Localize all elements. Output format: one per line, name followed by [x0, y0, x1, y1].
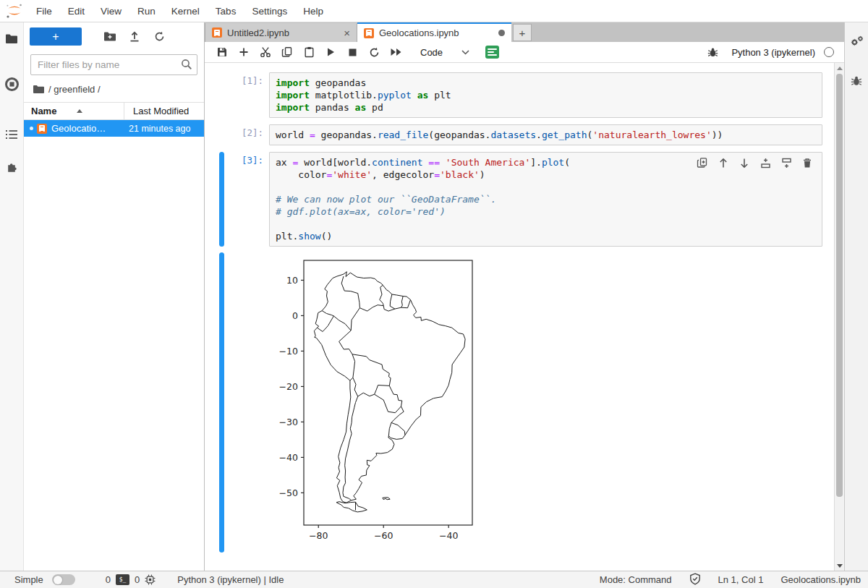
code-cell-1[interactable]: [1]: import geopandasimport matplotlib.p…: [205, 72, 831, 118]
file-row-geolocations[interactable]: Geolocatio… 21 minutes ago: [24, 120, 204, 137]
menu-edit[interactable]: Edit: [60, 2, 93, 20]
code-editor[interactable]: world = geopandas.read_file(geopandas.da…: [269, 124, 822, 145]
stop-icon[interactable]: [342, 43, 362, 61]
add-cell-icon[interactable]: [234, 43, 254, 61]
restart-run-all-icon[interactable]: [386, 43, 406, 61]
menu-help[interactable]: Help: [295, 2, 331, 20]
code-cell-2[interactable]: [2]: world = geopandas.read_file(geopand…: [205, 124, 831, 145]
code-cell-3-active[interactable]: [3]: ax = world[world.continent == 'Sout…: [205, 152, 831, 247]
file-modified: 21 minutes ago: [129, 124, 204, 134]
save-icon[interactable]: [212, 43, 232, 61]
execution-prompt: [2]:: [224, 124, 269, 145]
search-icon: [181, 59, 192, 72]
notebook-scrollbar[interactable]: [834, 63, 844, 571]
property-inspector-icon[interactable]: [845, 28, 868, 53]
cut-icon[interactable]: [255, 43, 276, 61]
active-output-collapser[interactable]: [219, 252, 224, 553]
file-name: Geolocatio…: [51, 123, 129, 134]
extension-manager-icon[interactable]: [0, 154, 24, 179]
notebook-content: [1]: import geopandasimport matplotlib.p…: [205, 63, 844, 571]
notebook-file-icon: [37, 124, 47, 134]
code-editor[interactable]: ax = world[world.continent == 'South Ame…: [269, 152, 822, 247]
menu-file[interactable]: File: [28, 2, 60, 20]
sort-ascending-icon: [77, 109, 82, 113]
cell-collapser[interactable]: [219, 72, 224, 118]
main-dock-panel: Untitled2.ipynb × Geolocations.ipynb +: [205, 22, 844, 571]
kernel-name[interactable]: Python 3 (ipykernel): [731, 47, 815, 58]
active-cell-collapser[interactable]: [219, 152, 224, 247]
move-down-icon[interactable]: [737, 155, 752, 170]
restart-kernel-icon[interactable]: [364, 43, 384, 61]
tab-bar: Untitled2.ipynb × Geolocations.ipynb +: [205, 22, 844, 42]
debugger-bug-icon[interactable]: [845, 69, 868, 93]
file-list-header: Name Last Modified: [24, 102, 204, 120]
trusted-shield-icon[interactable]: [689, 573, 701, 587]
code-editor[interactable]: import geopandasimport matplotlib.pyplot…: [269, 72, 822, 118]
menu-run[interactable]: Run: [129, 2, 163, 20]
table-of-contents-icon[interactable]: [0, 122, 24, 147]
delete-cell-icon[interactable]: [800, 155, 814, 170]
refresh-icon[interactable]: [147, 29, 171, 45]
move-up-icon[interactable]: [716, 155, 731, 170]
simple-mode-toggle[interactable]: [52, 574, 75, 585]
menu-settings[interactable]: Settings: [244, 2, 295, 20]
kernel-status-text[interactable]: Python 3 (ipykernel) | Idle: [177, 574, 284, 585]
active-file-name: Geolocations.ipynb: [780, 574, 861, 585]
menu-tabs[interactable]: Tabs: [208, 2, 244, 20]
running-dot-icon: [30, 127, 33, 130]
column-last-modified[interactable]: Last Modified: [124, 106, 204, 116]
paste-icon[interactable]: [299, 43, 319, 61]
folder-icon: [33, 85, 44, 94]
new-launcher-button[interactable]: +: [30, 27, 82, 46]
green-list-extension-icon[interactable]: [485, 46, 499, 59]
execution-prompt: [3]:: [224, 152, 269, 247]
new-folder-icon[interactable]: [98, 29, 122, 45]
notebook-file-icon: [212, 27, 222, 38]
notebook-file-icon: [364, 28, 374, 38]
menu-view[interactable]: View: [93, 2, 129, 20]
command-mode-indicator[interactable]: Mode: Command: [600, 574, 672, 585]
svg-text:−40: −40: [279, 452, 298, 463]
duplicate-cell-icon[interactable]: [695, 155, 710, 170]
terminals-count[interactable]: 0: [106, 574, 111, 585]
column-name[interactable]: Name: [24, 103, 124, 119]
breadcrumb-path: / greenfield /: [48, 84, 101, 95]
tab-geolocations[interactable]: Geolocations.ipynb: [357, 22, 511, 42]
jupyterlab-window: File Edit View Run Kernel Tabs Settings …: [0, 0, 868, 588]
unsaved-dot-icon[interactable]: [498, 30, 505, 36]
run-icon[interactable]: [320, 43, 341, 61]
menu-kernel[interactable]: Kernel: [163, 2, 208, 20]
tab-label: Untitled2.ipynb: [227, 27, 289, 38]
tab-untitled2[interactable]: Untitled2.ipynb ×: [205, 23, 357, 42]
jupyter-logo-icon: [5, 2, 24, 20]
bug-icon[interactable]: [702, 43, 723, 61]
cell-collapser[interactable]: [219, 124, 224, 145]
output-cell: 100−10−20−30−40−50−80−60−40: [205, 252, 831, 553]
file-browser-panel: + / greenfield /: [24, 22, 205, 571]
scroll-down-icon[interactable]: [835, 561, 845, 571]
chevron-down-icon: [461, 50, 469, 55]
insert-cell-below-icon[interactable]: [779, 155, 793, 170]
scrollbar-thumb[interactable]: [836, 74, 843, 497]
kernels-count[interactable]: 0: [135, 574, 140, 585]
matplotlib-figure-south-america: 100−10−20−30−40−50−80−60−40: [271, 255, 822, 548]
new-tab-button[interactable]: +: [513, 24, 532, 41]
running-kernels-icon[interactable]: [0, 72, 24, 96]
kernel-status-icon[interactable]: [824, 47, 834, 57]
file-browser-toolbar: +: [24, 22, 204, 50]
insert-cell-above-icon[interactable]: [758, 155, 773, 170]
cell-type-select[interactable]: Code: [416, 46, 474, 59]
breadcrumb[interactable]: / greenfield /: [24, 78, 204, 99]
close-icon[interactable]: ×: [344, 27, 350, 38]
filter-files: [30, 54, 197, 75]
svg-text:−20: −20: [279, 381, 298, 392]
cursor-position[interactable]: Ln 1, Col 1: [718, 574, 764, 585]
copy-icon[interactable]: [277, 43, 297, 61]
filter-files-input[interactable]: [30, 54, 197, 75]
upload-icon[interactable]: [122, 29, 147, 45]
svg-text:0: 0: [292, 310, 298, 321]
file-browser-icon[interactable]: [0, 27, 24, 51]
scroll-up-icon[interactable]: [835, 63, 845, 73]
svg-text:−10: −10: [279, 346, 298, 357]
status-bar: Simple 0 $_ 0 Python 3 (ipykernel) | Idl…: [0, 571, 868, 588]
